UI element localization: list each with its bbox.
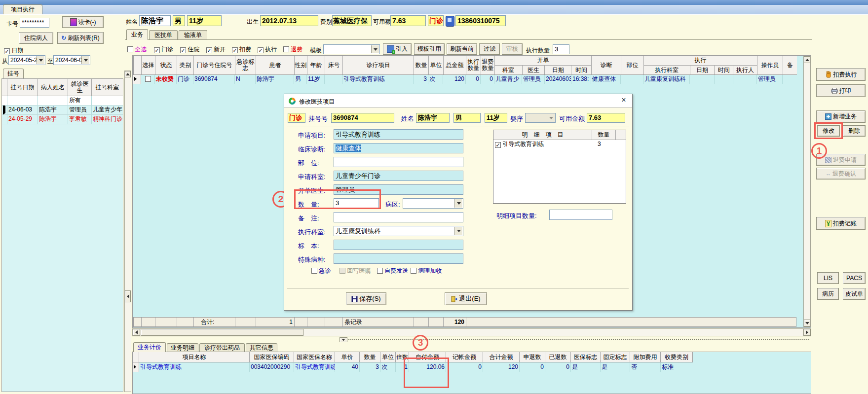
yen-icon: ¥	[825, 220, 831, 227]
from-date-combo[interactable]: 2024-05-27	[8, 55, 45, 65]
registration-tab[interactable]: 挂号	[3, 69, 24, 78]
scroll-up-button[interactable]	[125, 71, 131, 77]
tab-pricing[interactable]: 业务计价	[133, 342, 166, 352]
to-date-dropdown-icon[interactable]	[81, 56, 89, 64]
left-panel-scrollbar[interactable]	[124, 71, 131, 392]
template-dropdown-icon[interactable]	[371, 45, 379, 53]
filter-select-all[interactable]: 全选	[127, 45, 147, 54]
dialog-titlebar[interactable]: 修改医技项目 ×	[284, 94, 632, 108]
refresh-current-button[interactable]: 刷新当前	[447, 43, 477, 55]
hscroll-right[interactable]	[803, 329, 811, 336]
audit-button: 审核	[502, 43, 523, 55]
ward-dropdown-icon[interactable]	[454, 199, 462, 208]
date-checkbox-box[interactable]	[4, 48, 10, 54]
annotation-circle-3: 3	[413, 335, 428, 351]
reg-row-filter[interactable]: 所有	[2, 96, 123, 106]
exit-button[interactable]: 退出(E)	[445, 292, 487, 305]
exec-dept-combo[interactable]: 儿童康复训练科	[334, 226, 463, 236]
hdr-exec-group: 执行 执行科室 日期 时间 执行人	[644, 56, 757, 74]
exec-qty-field[interactable]: 3	[553, 44, 569, 54]
dlg-age-field: 11岁	[485, 113, 507, 123]
deduct-account-button[interactable]: ¥ 扣费记账	[816, 217, 866, 230]
reg-row-current[interactable]: 24-06-03 陈浩宇 管理员 儿童青少年	[2, 106, 123, 115]
visit-type-chip: 门诊	[428, 15, 444, 26]
lis-button[interactable]: LIS	[817, 272, 839, 284]
tab-other-info[interactable]: 其它信息	[246, 343, 277, 352]
specimen-field[interactable]	[334, 240, 463, 250]
row-marker-icon	[133, 362, 139, 372]
card-no-field[interactable]: *********	[20, 18, 49, 28]
filter-new[interactable]: 新开	[206, 45, 226, 54]
read-card-button[interactable]: 读卡(-)	[62, 16, 104, 28]
template-combo-btn[interactable]	[323, 44, 380, 54]
detail-qty-field[interactable]	[549, 210, 612, 220]
filter-exec[interactable]: 执行	[258, 45, 277, 54]
date-filter-checkbox[interactable]: 日期	[4, 46, 23, 55]
diagnosis-field[interactable]: 健康查体	[334, 143, 463, 153]
annotation-box-quantity	[294, 189, 381, 209]
special-disease-field[interactable]	[334, 253, 463, 264]
footer-record-count: 1	[256, 318, 295, 326]
hscroll-thumb[interactable]	[141, 329, 303, 336]
from-date-dropdown-icon[interactable]	[37, 56, 44, 64]
detail-item-checkbox[interactable]	[495, 142, 501, 148]
filter-refund[interactable]: 退费	[283, 45, 302, 54]
hscroll-left[interactable]	[133, 329, 140, 336]
delete-button[interactable]: 删除	[843, 125, 866, 137]
dialog-title: 修改医技项目	[299, 98, 335, 106]
main-table-row[interactable]: 未收费 门诊 3690874 N 陈浩宇 男 11岁 引导式教育训练 3 次 1…	[133, 75, 796, 84]
tab-medtech[interactable]: 医技单	[149, 30, 178, 40]
collapse-left-button[interactable]	[125, 290, 131, 302]
part-field[interactable]	[334, 157, 463, 167]
pacs-button[interactable]: PACS	[843, 272, 866, 284]
row-select-checkbox[interactable]	[141, 75, 155, 84]
exec-dept-dropdown-icon[interactable]	[454, 227, 462, 235]
skin-test-button[interactable]: 皮试单	[843, 288, 866, 300]
filter-outpatient[interactable]: 门诊	[154, 45, 173, 54]
print-button[interactable]: 打印	[816, 84, 866, 97]
annotation-box-modify	[814, 122, 843, 139]
deduct-exec-button[interactable]: 扣费执行	[816, 68, 866, 81]
vscroll-down[interactable]	[804, 320, 810, 326]
tab-drugs[interactable]: 诊疗带出药品	[199, 343, 245, 352]
dlg-baby-dropdown-icon[interactable]	[547, 114, 555, 122]
vscroll-up[interactable]	[804, 56, 810, 63]
dlg-baby-combo[interactable]	[525, 113, 556, 123]
tab-infusion[interactable]: 输液单	[179, 30, 207, 40]
refresh-list-button[interactable]: ↻ 刷新列表(R)	[57, 32, 104, 44]
inpatient-button[interactable]: 住院病人	[19, 32, 53, 44]
save-button[interactable]: 保存(S)	[346, 292, 386, 305]
reg-header-date: 挂号日期	[7, 79, 38, 96]
dlg-name-field: 陈浩宇	[416, 113, 450, 123]
part-label: 部 位:	[298, 159, 319, 168]
medical-record-button[interactable]: 病历	[817, 288, 839, 300]
remark-field[interactable]	[334, 212, 463, 222]
pane-splitter-button[interactable]	[340, 337, 347, 342]
tab-biz-detail[interactable]: 业务明细	[167, 343, 198, 352]
import-button[interactable]: + 引入	[383, 43, 412, 55]
dlg-name-label: 姓名	[401, 114, 414, 123]
filter-deduct[interactable]: 扣费	[232, 45, 251, 54]
row-marker-icon	[133, 75, 141, 84]
apply-dept-label: 申请科室:	[298, 173, 326, 181]
pathology-surcharge-checkbox[interactable]: 病理加收	[411, 267, 442, 275]
detail-list-item[interactable]: 引导式教育训练 3	[493, 140, 626, 149]
tab-business[interactable]: 业务	[126, 29, 148, 40]
template-ref-button[interactable]: 模板引用	[414, 43, 445, 55]
self-pay-send-checkbox[interactable]: 自费发送	[377, 267, 408, 275]
to-date-combo[interactable]: 2024-06-03	[53, 55, 90, 65]
dialog-close-icon[interactable]: ×	[619, 96, 628, 105]
emergency-checkbox[interactable]: 急诊	[311, 267, 331, 275]
reg-row-previous[interactable]: 24-05-29 陈浩宇 李君敏 精神科门诊	[2, 115, 123, 124]
new-business-button[interactable]: 新增业务	[816, 110, 866, 123]
ward-combo[interactable]	[403, 198, 463, 209]
main-table-hscrollbar[interactable]	[132, 328, 811, 336]
card-no-label: 卡号	[6, 20, 18, 28]
main-table-vscrollbar[interactable]	[803, 56, 811, 327]
patient-name-label: 姓名	[126, 18, 138, 26]
exec-qty-label: 执行数量	[526, 46, 550, 55]
dlg-separator-top	[287, 127, 629, 127]
filter-button[interactable]: 过滤	[479, 43, 500, 55]
filter-inpatient[interactable]: 住院	[180, 45, 199, 54]
window-tab-project-exec[interactable]: 项目执行	[3, 4, 42, 14]
